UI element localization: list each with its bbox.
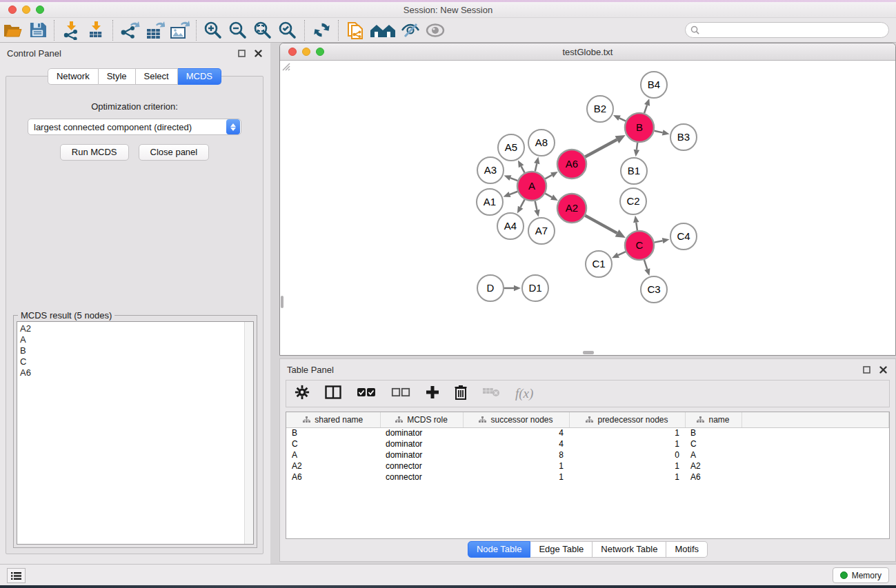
search-input[interactable] — [702, 26, 888, 35]
task-history-icon[interactable] — [7, 568, 26, 583]
optimization-criterion-select[interactable]: largest connected component (directed) — [28, 119, 241, 135]
search-field[interactable] — [685, 22, 889, 38]
graph-edge-A-A6[interactable] — [545, 175, 552, 179]
network-window-titlebar[interactable]: testGlobe.txt — [280, 43, 895, 61]
table-row[interactable]: Bdominator41B — [286, 427, 889, 438]
graph-node-C4[interactable] — [670, 223, 697, 250]
control-tab-style[interactable]: Style — [99, 68, 136, 85]
control-tab-select[interactable]: Select — [136, 68, 178, 85]
graph-node-A4[interactable] — [497, 213, 524, 239]
table-row[interactable]: A2connector11A2 — [286, 460, 889, 472]
graph-edge-C-C3[interactable] — [644, 260, 647, 270]
graph-edge-A-A2[interactable] — [545, 194, 552, 197]
column-header-MCDS-role[interactable]: MCDS role — [380, 412, 463, 427]
graph-edge-B-B2[interactable] — [619, 118, 626, 121]
graph-edge-A2-C[interactable] — [585, 216, 617, 234]
graph-edge-A-A8[interactable] — [535, 163, 537, 171]
zoom-fit-icon[interactable] — [250, 19, 275, 41]
graph-edge-A-A7[interactable] — [535, 201, 537, 210]
graph-node-A6[interactable] — [557, 150, 586, 179]
resize-grip-icon[interactable] — [281, 61, 290, 71]
table-tab-network-table[interactable]: Network Table — [593, 541, 666, 558]
import-table-icon[interactable] — [83, 19, 108, 41]
mcds-result-item[interactable]: A2 — [20, 323, 241, 334]
control-tab-mcds[interactable]: MCDS — [178, 68, 221, 85]
delete-column-icon[interactable] — [455, 385, 467, 403]
graph-node-A7[interactable] — [528, 218, 555, 244]
close-panel-icon[interactable] — [252, 48, 263, 59]
result-list-scrollbar[interactable] — [244, 322, 253, 544]
show-graphics-details-icon[interactable] — [423, 19, 448, 41]
run-mcds-button[interactable]: Run MCDS — [60, 144, 129, 161]
graph-node-A8[interactable] — [528, 130, 555, 156]
deselect-all-checkboxes-icon[interactable] — [391, 387, 410, 400]
float-panel-icon[interactable] — [236, 48, 247, 59]
mcds-result-item[interactable]: A6 — [20, 367, 241, 378]
column-header-name[interactable]: name — [685, 412, 741, 427]
table-row[interactable]: Cdominator41C — [286, 438, 889, 449]
canvas-horizontal-scrollbar[interactable] — [583, 351, 594, 354]
open-file-icon[interactable] — [0, 19, 25, 41]
table-row[interactable]: Adominator80A — [286, 449, 889, 460]
graph-edge-A6-B[interactable] — [585, 140, 617, 157]
graph-node-B[interactable] — [625, 113, 654, 142]
column-header-successor-nodes[interactable]: successor nodes — [463, 412, 569, 427]
graph-node-B4[interactable] — [641, 72, 667, 98]
mcds-result-item[interactable]: A — [20, 334, 241, 345]
table-tab-motifs[interactable]: Motifs — [666, 541, 708, 558]
graph-edge-A-A1[interactable] — [510, 192, 517, 194]
split-view-icon[interactable] — [325, 385, 341, 402]
column-header-shared-name[interactable]: shared name — [286, 412, 380, 427]
hide-graphics-details-icon[interactable] — [398, 19, 423, 41]
graph-node-D[interactable] — [477, 275, 504, 301]
control-tab-network[interactable]: Network — [48, 68, 99, 85]
graph-node-A[interactable] — [517, 172, 546, 201]
save-session-icon[interactable] — [25, 19, 50, 41]
graph-node-C[interactable] — [625, 231, 654, 260]
graph-edge-C-C4[interactable] — [655, 241, 663, 242]
graph-node-C1[interactable] — [586, 251, 612, 277]
zoom-selected-icon[interactable] — [275, 19, 300, 41]
graph-node-D1[interactable] — [522, 275, 548, 301]
export-network-icon[interactable] — [117, 19, 142, 41]
graph-node-A5[interactable] — [498, 134, 524, 161]
graph-edge-B-B3[interactable] — [654, 131, 662, 133]
refresh-layout-icon[interactable] — [309, 19, 334, 41]
graph-node-B3[interactable] — [670, 124, 697, 150]
settings-gear-icon[interactable] — [295, 385, 310, 403]
graph-node-B2[interactable] — [587, 96, 613, 122]
graph-node-A3[interactable] — [477, 157, 504, 183]
add-column-icon[interactable] — [426, 385, 439, 402]
graph-node-A2[interactable] — [557, 194, 586, 223]
graph-edge-C-C1[interactable] — [618, 252, 626, 255]
duplicate-network-icon[interactable] — [343, 19, 368, 41]
close-table-panel-icon[interactable] — [877, 364, 888, 375]
graph-node-C2[interactable] — [620, 188, 646, 214]
graph-edge-C-C2[interactable] — [636, 223, 637, 231]
import-network-icon[interactable] — [59, 19, 83, 41]
graph-edge-A-A4[interactable] — [521, 199, 525, 207]
graph-edge-A-A5[interactable] — [521, 166, 525, 172]
graph-edge-B-B4[interactable] — [644, 105, 647, 113]
node-table[interactable]: shared nameMCDS rolesuccessor nodesprede… — [286, 412, 890, 539]
zoom-out-icon[interactable] — [226, 19, 250, 41]
mcds-result-item[interactable]: B — [20, 345, 241, 356]
column-header-predecessor-nodes[interactable]: predecessor nodes — [569, 412, 685, 427]
graph-node-A1[interactable] — [477, 189, 503, 215]
export-table-icon[interactable] — [142, 19, 167, 41]
table-tab-node-table[interactable]: Node Table — [468, 541, 531, 558]
network-canvas[interactable]: B4B2BB3A8A5A6A3B1AA1C2A2A4A7C4CC1DD1C3 — [281, 61, 895, 354]
table-row[interactable]: A6connector11A6 — [286, 472, 889, 483]
float-table-panel-icon[interactable] — [861, 364, 872, 375]
graph-node-B1[interactable] — [621, 158, 647, 184]
graph-edge-A-A3[interactable] — [510, 178, 518, 181]
graph-node-C3[interactable] — [641, 276, 667, 303]
canvas-vertical-scrollbar[interactable] — [281, 296, 283, 308]
table-tab-edge-table[interactable]: Edge Table — [530, 541, 593, 558]
close-panel-button[interactable]: Close panel — [139, 144, 210, 161]
mcds-result-item[interactable]: C — [20, 356, 241, 367]
memory-button[interactable]: Memory — [833, 567, 889, 583]
zoom-in-icon[interactable] — [201, 19, 226, 41]
select-all-checkboxes-icon[interactable] — [357, 387, 376, 400]
graph-edge-B-B1[interactable] — [637, 143, 637, 150]
